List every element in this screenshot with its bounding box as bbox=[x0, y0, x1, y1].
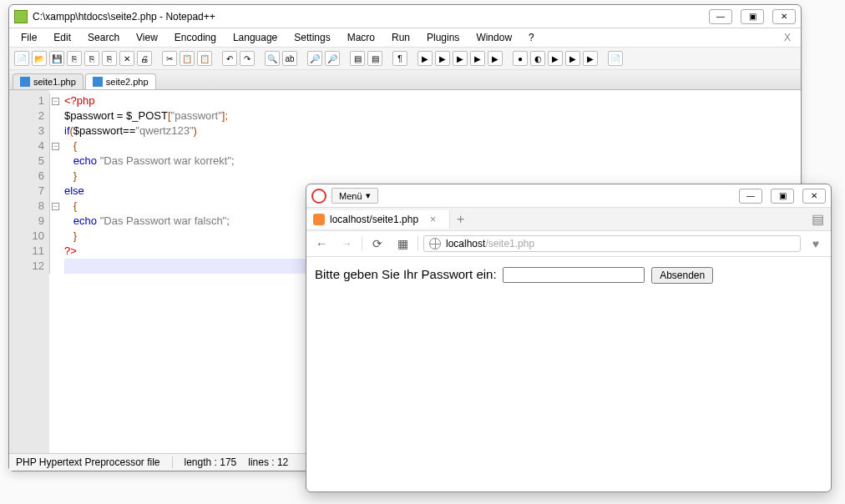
menu-settings[interactable]: Settings bbox=[287, 30, 336, 45]
maximize-button[interactable]: ▣ bbox=[741, 9, 764, 24]
menu-file[interactable]: File bbox=[14, 30, 43, 45]
toolbar-button[interactable]: ¶ bbox=[392, 51, 407, 66]
toolbar-button[interactable]: ▤ bbox=[350, 51, 365, 66]
bookmark-heart-icon[interactable]: ♥ bbox=[806, 237, 826, 250]
toolbar-separator bbox=[154, 51, 159, 66]
status-language: PHP Hypertext Preprocessor file bbox=[16, 456, 173, 468]
toolbar-button[interactable]: 📋 bbox=[197, 51, 212, 66]
npp-titlebar[interactable]: C:\xampp\htdocs\seite2.php - Notepad++ —… bbox=[9, 5, 801, 28]
toolbar-separator bbox=[600, 51, 605, 66]
toolbar-button[interactable]: ◐ bbox=[530, 51, 545, 66]
toolbar-button[interactable]: ↶ bbox=[222, 51, 237, 66]
browser-tab[interactable]: localhost/seite1.php × bbox=[306, 210, 450, 229]
toolbar-separator bbox=[505, 51, 510, 66]
toolbar-button[interactable]: 📄 bbox=[608, 51, 623, 66]
toolbar-button[interactable]: ▶ bbox=[435, 51, 450, 66]
toolbar-button[interactable]: ⎘ bbox=[67, 51, 82, 66]
menu-edit[interactable]: Edit bbox=[47, 30, 78, 45]
menu-search[interactable]: Search bbox=[81, 30, 126, 45]
forward-button[interactable]: → bbox=[336, 234, 357, 253]
toolbar-button[interactable]: ▶ bbox=[488, 51, 503, 66]
toolbar-button[interactable]: ● bbox=[513, 51, 528, 66]
back-button[interactable]: ← bbox=[311, 234, 331, 253]
file-icon bbox=[93, 77, 103, 87]
toolbar-button[interactable]: ⎘ bbox=[102, 51, 117, 66]
file-tab-label: seite1.php bbox=[33, 77, 76, 87]
toolbar-button[interactable]: 🔎 bbox=[325, 51, 340, 66]
browser-tab-label: localhost/seite1.php bbox=[330, 214, 418, 225]
toolbar-button[interactable]: 📋 bbox=[180, 51, 195, 66]
minimize-button[interactable]: — bbox=[739, 189, 762, 204]
fold-toggle[interactable]: − bbox=[52, 143, 59, 150]
reload-button[interactable]: ⟳ bbox=[367, 234, 387, 253]
toolbar-button[interactable]: 📂 bbox=[32, 51, 47, 66]
browser-tabs: localhost/seite1.php × + ▤ bbox=[306, 208, 831, 231]
npp-window-controls: — ▣ ✕ bbox=[709, 9, 796, 24]
toolbar-separator bbox=[215, 51, 220, 66]
opera-browser-window: Menü ▾ — ▣ ✕ localhost/seite1.php × + ▤ … bbox=[306, 184, 832, 492]
toolbar-button[interactable]: ab bbox=[282, 51, 297, 66]
npp-menubar: FileEditSearchViewEncodingLanguageSettin… bbox=[9, 28, 801, 48]
toolbar-button[interactable]: ▶ bbox=[470, 51, 485, 66]
toolbar-button[interactable]: ▤ bbox=[367, 51, 382, 66]
close-tab-icon[interactable]: × bbox=[430, 214, 436, 225]
toolbar-button[interactable]: ↷ bbox=[240, 51, 255, 66]
password-prompt-label: Bitte geben Sie Ihr Passwort ein: bbox=[315, 267, 497, 281]
fold-toggle[interactable]: − bbox=[52, 203, 59, 210]
toolbar-button[interactable]: ✕ bbox=[119, 51, 134, 66]
toolbar-button[interactable]: 💾 bbox=[49, 51, 64, 66]
new-tab-button[interactable]: + bbox=[450, 210, 471, 229]
menubar-close-icon[interactable]: X bbox=[779, 30, 796, 45]
toolbar-button[interactable]: ▶ bbox=[548, 51, 563, 66]
separator bbox=[417, 236, 418, 251]
menu-window[interactable]: Window bbox=[469, 30, 519, 45]
toolbar-separator bbox=[257, 51, 262, 66]
line-number-gutter: 123456789101112 bbox=[9, 90, 49, 453]
menu-encoding[interactable]: Encoding bbox=[168, 30, 223, 45]
toolbar-button[interactable]: ▶ bbox=[417, 51, 433, 66]
toolbar-button[interactable]: 🖨 bbox=[137, 51, 152, 66]
menu-run[interactable]: Run bbox=[385, 30, 417, 45]
toolbar-button[interactable]: ▶ bbox=[565, 51, 580, 66]
tab-list-button[interactable]: ▤ bbox=[805, 208, 831, 230]
chevron-down-icon: ▾ bbox=[366, 190, 371, 201]
notepadpp-icon bbox=[14, 10, 28, 23]
status-length: length : 175 bbox=[185, 456, 237, 468]
browser-titlebar[interactable]: Menü ▾ — ▣ ✕ bbox=[306, 184, 831, 208]
minimize-button[interactable]: — bbox=[709, 9, 732, 24]
toolbar-button[interactable]: 🔍 bbox=[265, 51, 280, 66]
maximize-button[interactable]: ▣ bbox=[771, 189, 794, 204]
toolbar-button[interactable]: ▶ bbox=[453, 51, 468, 66]
browser-toolbar: ← → ⟳ ▦ localhost/seite1.php ♥ bbox=[306, 231, 831, 257]
opera-icon bbox=[311, 189, 326, 204]
opera-menu-button[interactable]: Menü ▾ bbox=[331, 188, 378, 204]
menu-view[interactable]: View bbox=[129, 30, 164, 45]
toolbar-button[interactable]: 📄 bbox=[14, 51, 29, 66]
fold-toggle[interactable]: − bbox=[52, 98, 59, 105]
status-lines: lines : 12 bbox=[248, 456, 288, 468]
password-input[interactable] bbox=[503, 267, 645, 283]
file-tab[interactable]: seite2.php bbox=[85, 73, 156, 89]
toolbar-button[interactable]: ⎘ bbox=[84, 51, 99, 66]
menu-?[interactable]: ? bbox=[522, 30, 541, 45]
menu-language[interactable]: Language bbox=[226, 30, 284, 45]
file-icon bbox=[20, 77, 30, 87]
close-button[interactable]: ✕ bbox=[802, 189, 826, 204]
toolbar-button[interactable]: ✂ bbox=[162, 51, 177, 66]
npp-title: C:\xampp\htdocs\seite2.php - Notepad++ bbox=[33, 11, 709, 23]
address-bar[interactable]: localhost/seite1.php bbox=[423, 235, 801, 252]
menu-plugins[interactable]: Plugins bbox=[420, 30, 466, 45]
fold-gutter[interactable]: −−− bbox=[49, 90, 61, 453]
npp-toolbar: 📄📂💾⎘⎘⎘✕🖨✂📋📋↶↷🔍ab🔎🔎▤▤¶▶▶▶▶▶●◐▶▶▶📄 bbox=[9, 48, 801, 70]
speed-dial-button[interactable]: ▦ bbox=[392, 234, 412, 253]
submit-button[interactable] bbox=[651, 267, 713, 284]
toolbar-button[interactable]: ▶ bbox=[583, 51, 598, 66]
toolbar-separator bbox=[410, 51, 415, 66]
browser-page: Bitte geben Sie Ihr Passwort ein: bbox=[306, 257, 831, 491]
close-button[interactable]: ✕ bbox=[772, 9, 796, 24]
toolbar-separator bbox=[385, 51, 390, 66]
file-tab[interactable]: seite1.php bbox=[13, 73, 83, 89]
address-text: localhost/seite1.php bbox=[446, 238, 534, 249]
menu-macro[interactable]: Macro bbox=[341, 30, 382, 45]
toolbar-button[interactable]: 🔎 bbox=[307, 51, 322, 66]
